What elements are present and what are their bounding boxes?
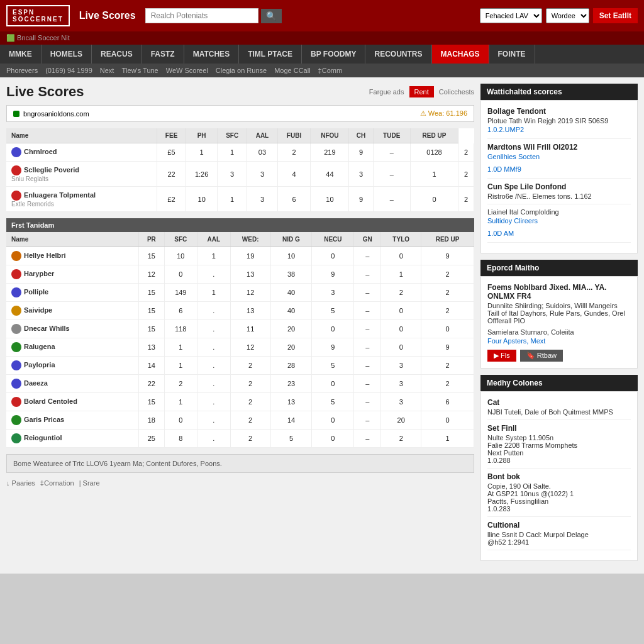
table-row[interactable]: Sclleglie PoveridSniu Reglalts221:263344… bbox=[6, 162, 474, 187]
sidebar-item-title: Mardtons Wil Frill Ol2012 bbox=[487, 143, 631, 152]
nav-item-bp-foodmy[interactable]: BP FOODMY bbox=[302, 45, 365, 64]
nav-item-matches[interactable]: MATCHES bbox=[184, 45, 239, 64]
sub-nav-item[interactable]: Clegia on Runse bbox=[216, 67, 267, 74]
title-right-controls: Fargue ads Rent Colicchests bbox=[369, 86, 474, 97]
eporcd-section: Eporcd Maitho Foems Noblbard Jixed. MIA.… bbox=[480, 260, 638, 369]
table-row[interactable]: Reioguntiol258.250–21 bbox=[6, 430, 474, 448]
table2-col-necu: NECU bbox=[312, 232, 354, 247]
table-row[interactable]: Daeeza222.2230–32 bbox=[6, 375, 474, 393]
table1-col-fubi: FUBI bbox=[277, 128, 311, 143]
rtbaw-button[interactable]: 🔖 Rtbaw bbox=[520, 350, 563, 362]
medhy-item-title: Set Finll bbox=[487, 424, 631, 433]
table1-col-red up: RED UP bbox=[410, 128, 458, 143]
eporcd-title: Eporcd Maitho bbox=[480, 260, 638, 276]
search-input[interactable] bbox=[145, 8, 258, 23]
wattichalted-title: Wattichalted scorces bbox=[480, 84, 638, 100]
table-row[interactable]: Ralugena131.12209–09 bbox=[6, 338, 474, 357]
sub-nav-item[interactable]: (0169) 94 1999 bbox=[45, 67, 92, 74]
fls-button[interactable]: ▶ Fls bbox=[487, 350, 516, 362]
search-bar: 🔍 bbox=[145, 8, 282, 23]
nav-item-fointe[interactable]: FOINTE bbox=[489, 45, 535, 64]
table2-col-aal: AAL bbox=[197, 232, 230, 247]
sidebar-divider bbox=[487, 468, 631, 469]
main-nav: MMKEHOMELSREACUSFASTZMATCHESTIML PTACEBP… bbox=[0, 45, 644, 64]
table-row[interactable]: Bolard Centoled151.2135–36 bbox=[6, 393, 474, 411]
nav-item-homels[interactable]: HOMELS bbox=[42, 45, 92, 64]
table-row[interactable]: Polliple15149112403–22 bbox=[6, 284, 474, 302]
table-row[interactable]: Dnecar Whills15118.11200–00 bbox=[6, 320, 474, 338]
subheader: 🟩 Bncall Soccer Nit bbox=[0, 31, 644, 45]
nav-item-recountrs[interactable]: RECOUNTRS bbox=[365, 45, 431, 64]
sidebar-link[interactable]: Sultidoy Clireers bbox=[487, 217, 631, 225]
sub-nav-item[interactable]: Tlew's Tune bbox=[121, 67, 158, 74]
footer-note: Bome Weaturee of Trtc LLOV6 1yearn Ma; C… bbox=[6, 454, 474, 473]
header: ESPN SOCCERNET Live Scores 🔍 Fehacied LA… bbox=[0, 0, 644, 31]
table1-header: NameFEEPHSFCAALFUBINFOUCHTUDERED UP bbox=[6, 128, 474, 143]
logo-line2: SOCCERNET bbox=[13, 16, 64, 23]
table-row[interactable]: Hellye Helbri1510119100–09 bbox=[6, 247, 474, 265]
sidebar-link2[interactable]: 1.0D AM bbox=[487, 230, 631, 237]
region-select[interactable]: Wordee bbox=[546, 8, 589, 23]
nav-item-fastz[interactable]: FASTZ bbox=[142, 45, 184, 64]
page-title-row: Live Scores Fargue ads Rent Colicchests bbox=[6, 84, 474, 100]
table1-col-sfc: SFC bbox=[217, 128, 247, 143]
ad-url[interactable]: bngrosanioldons.com bbox=[23, 110, 89, 118]
sub-nav-item[interactable]: Phorevers bbox=[6, 67, 38, 74]
rent-button[interactable]: Rent bbox=[409, 86, 434, 97]
table1-col-ch: CH bbox=[349, 128, 373, 143]
table-row[interactable]: Enluagera TolpmentalExtle Remorids£21013… bbox=[6, 187, 474, 212]
sub-nav-item[interactable]: Next bbox=[100, 67, 114, 74]
ad-bar: bngrosanioldons.com ⚠ Wea: 61.196 bbox=[6, 105, 474, 122]
sub-nav-item[interactable]: WeW Scoreel bbox=[166, 67, 208, 74]
table2-section-header: Frst Tanidam bbox=[6, 218, 474, 232]
wattichalted-body: Bollage TendontPlotue Tath Win Rejgh 201… bbox=[480, 100, 638, 253]
language-select[interactable]: Fehacied LAV bbox=[480, 8, 542, 23]
table2-body: Hellye Helbri1510119100–09Harypber120.13… bbox=[6, 247, 474, 448]
footer-link[interactable]: | Srare bbox=[79, 479, 100, 487]
left-content: Live Scores Fargue ads Rent Colicchests … bbox=[6, 84, 474, 567]
table-row[interactable]: Paylopria141.2285–32 bbox=[6, 357, 474, 375]
sidebar-link2[interactable]: 1.0D MMf9 bbox=[487, 165, 631, 173]
table-row[interactable]: Garis Pricas180.2140–200 bbox=[6, 411, 474, 430]
green-dot-icon bbox=[13, 111, 19, 117]
table-row[interactable]: Saividpe156.13405–02 bbox=[6, 302, 474, 320]
medhy-title: Medhy Colones bbox=[480, 375, 638, 391]
sub-nav-item[interactable]: Moge CCall bbox=[274, 67, 310, 74]
table1: NameFEEPHSFCAALFUBINFOUCHTUDERED UP Chrn… bbox=[6, 128, 474, 212]
eporcd-link2[interactable]: Four Apsters, Mext bbox=[487, 337, 631, 345]
sub-nav: Phorevers(0169) 94 1999NextTlew's TuneWe… bbox=[0, 64, 644, 77]
footer-link[interactable]: ↓ Paaries bbox=[6, 479, 35, 487]
table2-col-name: Name bbox=[6, 232, 138, 247]
eporcd-body: Foems Noblbard Jixed. MIA... YA. ONLMX F… bbox=[480, 276, 638, 369]
sub-nav-item[interactable]: ‡Comm bbox=[318, 67, 343, 74]
sidebar-link[interactable]: Genllhies Socten bbox=[487, 153, 631, 160]
table2-col-red up: RED UP bbox=[421, 232, 474, 247]
sidebar-divider bbox=[487, 178, 631, 179]
right-sidebar: Wattichalted scorces Bollage TendontPlot… bbox=[480, 84, 638, 567]
nav-item-timl-ptace[interactable]: TIML PTACE bbox=[239, 45, 302, 64]
page-title: Live Scores bbox=[6, 84, 84, 100]
search-button[interactable]: 🔍 bbox=[261, 9, 282, 23]
sidebar-link[interactable]: 1.0.2.UMP2 bbox=[487, 126, 631, 133]
table-row[interactable]: Chrnlroed£5110322199–01282 bbox=[6, 143, 474, 162]
footer-link[interactable]: ‡Cornation bbox=[40, 479, 74, 487]
medhy-item-sub: NJBI Tuteli, Dale of Boh Quitmest MMPS bbox=[487, 408, 631, 416]
sidebar-item-title: Cun Spe Lile Donfond bbox=[487, 182, 631, 191]
header-right: Fehacied LAV Wordee Set Eatllt bbox=[480, 8, 638, 23]
eporcd-link-text: Samielara Sturnaro, Coleiita bbox=[487, 328, 631, 336]
table2-col-sfc: SFC bbox=[164, 232, 197, 247]
sidebar-divider bbox=[487, 138, 631, 139]
nav-item-reacus[interactable]: REACUS bbox=[92, 45, 142, 64]
table-row[interactable]: Harypber120.13389–12 bbox=[6, 265, 474, 284]
ad-bar-left: bngrosanioldons.com bbox=[13, 110, 89, 118]
sidebar-item-title: Bollage Tendont bbox=[487, 107, 631, 116]
set-eatllt-button[interactable]: Set Eatllt bbox=[593, 8, 638, 23]
nav-item-machags[interactable]: Machags bbox=[432, 45, 489, 64]
table2-col-wed:: WED: bbox=[230, 232, 270, 247]
table2-col-pr: PR bbox=[138, 232, 164, 247]
sidebar-item-sub: Plotue Tath Win Rejgh 2019 SIR 506S9 bbox=[487, 117, 631, 125]
live-scores-header-label: Live Scores bbox=[79, 10, 136, 21]
nav-item-mmke[interactable]: MMKE bbox=[0, 45, 42, 64]
table1-col-ph: PH bbox=[186, 128, 218, 143]
sidebar-item-sub: Ristro6e /NE.. Elemes tons. 1.162 bbox=[487, 192, 631, 200]
